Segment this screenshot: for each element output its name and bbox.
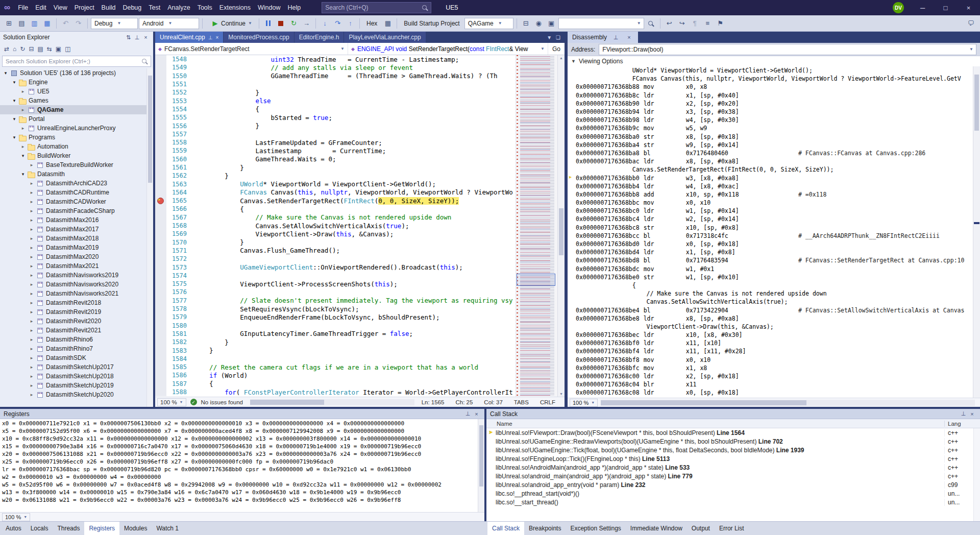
tree-item[interactable]: DatasmithSketchUp2019 xyxy=(0,381,153,390)
stack-frame[interactable]: libUnreal.so!FEngineLoop::Tick()(FEngine… xyxy=(486,454,980,463)
scrollbar-thumb[interactable] xyxy=(974,75,979,131)
scroll-up-icon[interactable]: ▲ xyxy=(558,56,565,60)
solution-explorer-titlebar[interactable]: Solution Explorer ⇅ ⊥ × xyxy=(0,32,153,43)
menu-item[interactable]: Test xyxy=(145,0,164,15)
disassembly-margin[interactable] xyxy=(568,116,576,124)
disassembly-line[interactable]: 0x0000007176368bc8 str x10, [sp, #0x8] xyxy=(568,224,973,232)
stack-frame[interactable]: libc.so!__pthread_start(void*)() un... xyxy=(486,489,980,498)
code-line[interactable]: 1575 ViewportClient->ProcessScreenShots(… xyxy=(155,280,516,288)
code-editor[interactable]: 1548 uint32 ThreadTime = CurrentTime - L… xyxy=(155,55,516,397)
editor-tab[interactable]: PlayLevelViaLauncher.cpp xyxy=(344,32,425,43)
scrollbar-thumb[interactable] xyxy=(250,400,324,405)
breakpoint-margin[interactable] xyxy=(155,238,166,247)
close-icon[interactable]: × xyxy=(141,34,150,40)
tree-item[interactable]: DatasmithRevit2020 xyxy=(0,317,153,326)
disassembly-margin[interactable] xyxy=(568,215,576,223)
disassembly-line[interactable]: FCanvas Canvas(this, nullptr, ViewportWo… xyxy=(568,75,973,83)
breakpoint-window-icon[interactable]: ◉ xyxy=(533,17,545,30)
expander-icon[interactable] xyxy=(28,181,35,186)
code-line[interactable]: 1569 ViewportClient->Draw(this, &Canvas)… xyxy=(155,230,516,238)
code-line[interactable]: 1573 UGameViewportClient::OnViewportRend… xyxy=(155,263,516,271)
expander-icon[interactable] xyxy=(28,346,35,351)
tree-item[interactable]: DatasmithSketchUp2020 xyxy=(0,390,153,399)
breakpoint-margin[interactable] xyxy=(155,255,166,263)
breakpoint-margin[interactable] xyxy=(155,297,166,305)
disassembly-line[interactable]: 0x0000007176368bcc bl 0x717318c4fc # __A… xyxy=(568,232,973,240)
go-button[interactable]: Go xyxy=(548,45,565,53)
code-line[interactable]: 1551 xyxy=(155,80,516,88)
menu-item[interactable]: Extensions xyxy=(216,0,254,15)
tool-tab[interactable]: Output xyxy=(687,522,715,535)
menu-item[interactable]: View xyxy=(50,0,71,15)
code-line[interactable]: 1565 Canvas.SetRenderTargetRect(FIntRect… xyxy=(155,197,516,205)
user-avatar[interactable]: DV xyxy=(893,2,904,13)
disassembly-margin[interactable] xyxy=(568,347,576,355)
code-line[interactable]: 1580 xyxy=(155,322,516,330)
breakpoint-margin[interactable] xyxy=(155,121,166,130)
tree-item[interactable]: Datasmith xyxy=(0,169,153,179)
breakpoint-margin[interactable] xyxy=(155,346,166,354)
tree-item[interactable]: DatasmithMax2019 xyxy=(0,243,153,252)
scrollbar-thumb[interactable] xyxy=(148,76,152,183)
startup-project-dropdown[interactable]: QAGame▼ xyxy=(464,18,513,29)
viewing-options-toggle[interactable]: ▼ Viewing Options xyxy=(568,56,980,66)
disassembly-line[interactable]: 0x0000007176368bf4 ldr x11, [x11, #0x28] xyxy=(568,347,973,355)
menu-item[interactable]: Window xyxy=(254,0,284,15)
code-line[interactable]: 1568 Canvas.SetAllowSwitchVerticalAxis(t… xyxy=(155,222,516,230)
disassembly-line[interactable]: 0x0000007176368bd0 ldr x0, [sp, #0x18] xyxy=(568,240,973,248)
lang-column-header[interactable]: Lang xyxy=(944,421,980,427)
disassembly-margin[interactable] xyxy=(568,314,576,323)
breakpoint-margin[interactable] xyxy=(155,172,166,180)
menu-item[interactable]: Edit xyxy=(32,0,50,15)
toggle-pane-icon[interactable]: ⇅ xyxy=(124,34,133,41)
tree-item[interactable]: Programs xyxy=(0,133,153,142)
code-line[interactable]: 1555 bStarted = true; xyxy=(155,113,516,121)
breakpoint-margin[interactable] xyxy=(155,105,166,113)
scrollbar-thumb[interactable] xyxy=(559,208,564,255)
code-line[interactable]: 1559 Lastimestamp = CurrentTime; xyxy=(155,147,516,155)
stop-debugging-icon[interactable] xyxy=(275,17,287,30)
tree-item[interactable]: QAGame xyxy=(0,105,153,114)
disassembly-line[interactable]: 0x0000007176368ba0 str x8, [sp, #0x18] xyxy=(568,133,973,141)
breakpoint-margin[interactable] xyxy=(155,222,166,230)
menu-item[interactable]: Analyze xyxy=(164,0,193,15)
breakpoint-margin[interactable] xyxy=(155,230,166,238)
disassembly-margin[interactable] xyxy=(568,388,576,397)
disassembly-line[interactable]: 0x0000007176368bb8 add x10, sp, #0x118 #… xyxy=(568,190,973,199)
tree-item[interactable]: DatasmithRhino6 xyxy=(0,335,153,344)
close-icon[interactable]: × xyxy=(625,34,633,40)
expander-icon[interactable] xyxy=(19,144,27,149)
platform-dropdown[interactable]: Android▼ xyxy=(139,18,199,29)
registers-titlebar[interactable]: Registers ⊥ × xyxy=(0,409,484,419)
expander-icon[interactable] xyxy=(28,374,35,379)
disassembly-line[interactable]: 0x0000007176368bac ldr x8, [sp, #0xa8] xyxy=(568,157,973,165)
tree-item[interactable]: DatasmithRevit2018 xyxy=(0,298,153,307)
disassembly-tab[interactable]: Disassembly ⊥ × xyxy=(568,32,638,43)
pin-icon[interactable]: ⊥ xyxy=(959,410,968,417)
disassembly-margin[interactable] xyxy=(568,248,576,256)
code-line[interactable]: 1583 } xyxy=(155,346,516,354)
tree-item[interactable]: DatasmithMax2020 xyxy=(0,252,153,261)
expander-icon[interactable] xyxy=(28,263,35,269)
disassembly-line[interactable]: 0x0000007176368bdc mov w1, #0x1 xyxy=(568,265,973,273)
disassembly-margin[interactable] xyxy=(568,240,576,248)
pin-icon[interactable]: ⊥ xyxy=(463,410,472,417)
code-line[interactable]: 1563 UWorld* ViewportWorld = ViewportCli… xyxy=(155,180,516,188)
disassembly-margin[interactable] xyxy=(568,75,576,83)
menu-item[interactable]: Help xyxy=(284,0,304,15)
tree-item[interactable]: Portal xyxy=(0,114,153,124)
sync-active-document-icon[interactable]: ⇆ xyxy=(47,45,52,53)
comment-icon[interactable]: ≡ xyxy=(702,17,714,30)
disassembly-line[interactable]: 0x0000007176368bec ldr x10, [x8, #0x30] xyxy=(568,331,973,339)
line-marker-icon[interactable]: ¶ xyxy=(689,17,701,30)
tool-tab[interactable]: Locals xyxy=(26,522,53,535)
disassembly-margin[interactable] xyxy=(568,265,576,273)
tree-item[interactable]: DatasmithNavisworks2021 xyxy=(0,289,153,298)
disassembly-margin[interactable] xyxy=(568,339,576,347)
breakpoint-margin[interactable] xyxy=(155,197,166,205)
disassembly-line[interactable]: 0x0000007176368b94 ldr x3, [sp, #0x38] xyxy=(568,108,973,116)
disassembly-margin[interactable] xyxy=(568,306,576,314)
tree-item[interactable]: DatasmithSketchUp2018 xyxy=(0,372,153,381)
stack-frame[interactable]: libUnreal.so!AndroidMain(android_app *)(… xyxy=(486,463,980,472)
tool-tab[interactable]: Exception Settings xyxy=(566,522,625,535)
